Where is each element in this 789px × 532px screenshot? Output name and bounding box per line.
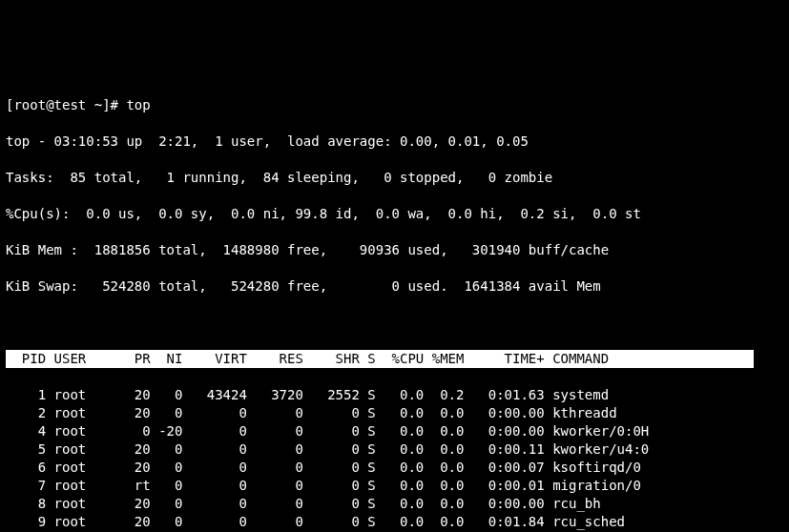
top-summary-mem: KiB Mem : 1881856 total, 1488980 free, 9… bbox=[6, 241, 783, 259]
column-header-row[interactable]: PID USER PR NI VIRT RES SHR S %CPU %MEM … bbox=[6, 350, 783, 368]
process-row[interactable]: 2 root 20 0 0 0 0 S 0.0 0.0 0:00.00 kthr… bbox=[6, 404, 783, 422]
terminal-output: [root@test ~]# top top - 03:10:53 up 2:2… bbox=[6, 78, 783, 532]
process-table: 1 root 20 0 43424 3720 2552 S 0.0 0.2 0:… bbox=[6, 386, 783, 532]
process-row[interactable]: 5 root 20 0 0 0 0 S 0.0 0.0 0:00.11 kwor… bbox=[6, 440, 783, 459]
process-row[interactable]: 7 root rt 0 0 0 0 S 0.0 0.0 0:00.01 migr… bbox=[6, 477, 783, 495]
column-header[interactable]: PID USER PR NI VIRT RES SHR S %CPU %MEM … bbox=[6, 350, 754, 368]
top-summary-cpu: %Cpu(s): 0.0 us, 0.0 sy, 0.0 ni, 99.8 id… bbox=[6, 205, 783, 223]
top-summary-tasks: Tasks: 85 total, 1 running, 84 sleeping,… bbox=[6, 169, 783, 187]
process-row[interactable]: 8 root 20 0 0 0 0 S 0.0 0.0 0:00.00 rcu_… bbox=[6, 495, 783, 513]
top-summary-swap: KiB Swap: 524280 total, 524280 free, 0 u… bbox=[6, 277, 783, 296]
process-row[interactable]: 9 root 20 0 0 0 0 S 0.0 0.0 0:01.84 rcu_… bbox=[6, 513, 783, 531]
top-summary-time: top - 03:10:53 up 2:21, 1 user, load ave… bbox=[6, 133, 783, 151]
process-row[interactable]: 4 root 0 -20 0 0 0 S 0.0 0.0 0:00.00 kwo… bbox=[6, 422, 783, 440]
process-row[interactable]: 1 root 20 0 43424 3720 2552 S 0.0 0.2 0:… bbox=[6, 386, 783, 404]
shell-prompt: [root@test ~]# top bbox=[6, 96, 783, 114]
process-row[interactable]: 6 root 20 0 0 0 0 S 0.0 0.0 0:00.07 ksof… bbox=[6, 459, 783, 477]
